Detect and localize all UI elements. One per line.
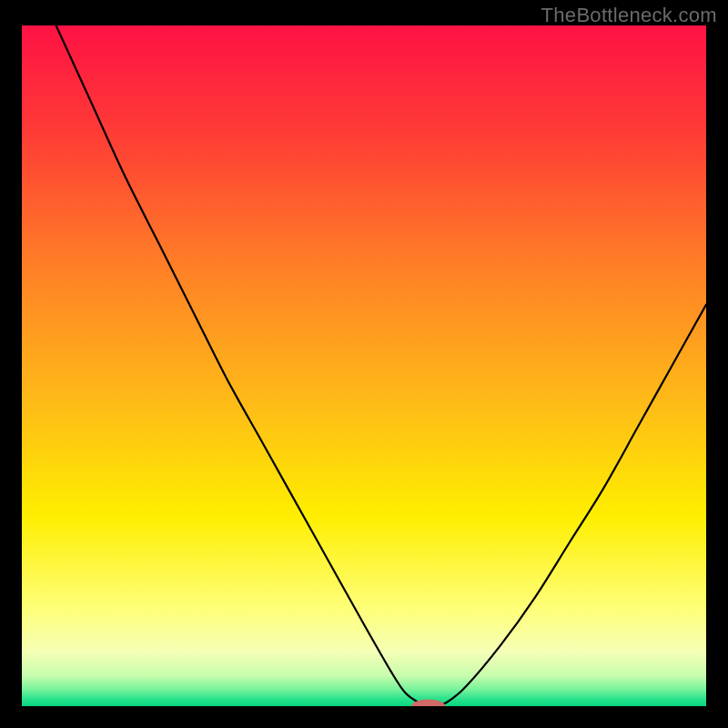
plot-area: [22, 25, 706, 706]
chart-frame: TheBottleneck.com: [0, 0, 728, 728]
bottleneck-plot: [22, 25, 706, 706]
watermark-text: TheBottleneck.com: [541, 4, 717, 27]
gradient-background: [22, 25, 706, 706]
